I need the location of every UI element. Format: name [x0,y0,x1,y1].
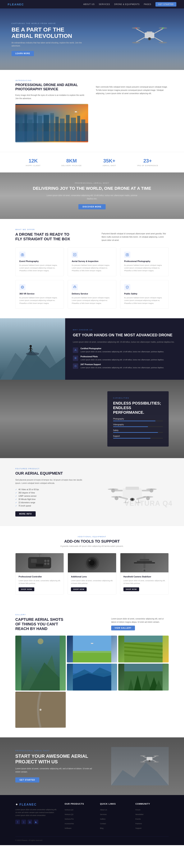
addon-card-title-1: Additional Lens [71,576,113,578]
nav-drones[interactable]: DRONE & EQUIPMENTS [114,3,140,5]
camera-icon [21,253,24,256]
addon-grid: Professional Controller Lorem ipsum dolo… [15,553,169,594]
spec-0: 4K Video at 30 or 60 fps [15,488,88,491]
footer-link-community-3[interactable]: Partners [135,823,142,825]
photo-icon [125,253,129,256]
footer-link-quick-4[interactable]: Blog [100,827,104,829]
footer-link-community-2[interactable]: Events [135,818,141,820]
svg-point-11 [149,38,150,40]
addon-card-title-2: Handheld Camera Stabilizer [123,576,165,578]
footer-link-community-0[interactable]: Forum [135,809,140,811]
footer-top: ✦ FLEANEC Lorem ipsum dolor sit amet con… [15,803,169,831]
why-feature-title-2: 24/7 Premium Support [80,364,164,366]
spec-3: 30 Minute flight time [15,498,88,501]
svg-rect-112 [91,643,93,644]
product-section: FEATURED PRODUCT OUR AERIAL EQUIPMENT Se… [0,458,184,526]
footer-link-product-4[interactable]: Software [65,827,72,829]
offer-card-desc-0: Eu posuere habitant lorem ipsum volutpat… [20,264,60,272]
addon-description: A gravida malesuada elit ipsum dolor adi… [15,545,169,547]
offer-card-desc-1: Eu posuere habitant lorem ipsum volutpat… [72,264,112,272]
capabilities-section: CAPABILITIES ENDLESS POSSIBILITIES; ENDL… [0,380,184,458]
svg-line-3 [154,29,163,33]
offer-section: WHAT WE OFFER A DRONE THAT IS READY TO F… [0,219,184,318]
cap-bar-videography [113,426,163,427]
nav-pages[interactable]: PAGES [144,3,151,5]
footer-col-community: COMMUNITY Forum Newsletter Events Partne… [135,803,169,831]
social-youtube[interactable]: ▶ [34,819,38,824]
stat-label-clients: HAPPY CLIENT [26,165,41,166]
footer-link-product-1[interactable]: Ventura Q3 [65,813,73,815]
bottom-cta-drone-svg [111,747,169,785]
product-description: Sed placerat posuere id turpis id tempor… [15,478,88,485]
footer-brand: ✦ FLEANEC Lorem ipsum dolor sit amet con… [15,803,57,831]
spec-4: 15 kilometers range [15,501,88,504]
footer-link-product-0[interactable]: Ventura Q4 [65,809,73,811]
offer-card-desc-4: Eu posuere habitant lorem ipsum volutpat… [72,297,112,305]
svg-rect-46 [127,253,128,254]
gallery-item-1 [67,636,117,662]
intro-section: INTRODUCING PROFESSIONAL DRONE AND AERIA… [0,70,184,152]
footer-link-quick-2[interactable]: Gallery [100,818,106,820]
spec-5: 75 km/h speed [15,504,88,507]
footer-link-quick-1[interactable]: Services [100,813,107,815]
svg-point-113 [90,643,91,643]
addon-card-btn-2[interactable]: SHOP NOW [123,587,139,591]
nav-services[interactable]: SERVICES [99,3,110,5]
gallery-button[interactable]: VIEW GALLERY [111,626,135,630]
offer-icon-safety [124,284,130,290]
addon-card-body-1: Additional Lens Lorem ipsum dolor sit am… [68,572,116,594]
svg-point-45 [127,254,127,255]
nav-about[interactable]: ABOUT US [83,3,95,5]
svg-rect-39 [21,254,24,256]
addon-card-body-2: Handheld Camera Stabilizer Lorem ipsum d… [120,572,169,594]
gallery-aerial-svg [15,692,66,728]
svg-rect-131 [124,663,163,671]
addon-card-btn-1[interactable]: SHOP NOW [71,587,87,591]
product-info-button[interactable]: MORE INFO [15,511,36,517]
gallery-mountain-svg [15,636,66,690]
svg-rect-102 [134,562,155,563]
hero-content: Capturing the world from above BE A PART… [11,23,84,56]
svg-point-75 [146,489,157,490]
footer-about: Lorem ipsum dolor sit amet consectetur a… [15,808,57,817]
svg-point-108 [38,639,43,644]
footer-link-product-3[interactable]: Accessories [65,823,74,825]
cap-item-videography: Videography [113,424,163,427]
gallery-grid [15,636,169,728]
svg-point-87 [44,560,46,562]
gallery-right: Lorem ipsum dolor sit amet, consectetur … [111,617,169,630]
cta-banner-button[interactable]: DISCOVER MORE [78,204,106,209]
footer-link-product-2[interactable]: Ventura Pro [65,818,74,820]
stats-section: 12K HAPPY CLIENT 8KM DELIVERY PACKAGE 35… [0,152,184,173]
gallery-label: GALLERY [15,614,169,616]
addon-card-btn-0[interactable]: SHOP NOW [19,587,34,591]
cta-banner-section: PROFESSIONAL AERIAL SHOT DELIVERING JOY … [0,173,184,219]
svg-rect-120 [124,636,163,642]
svg-point-59 [26,352,39,355]
certified-photographer-icon [73,347,78,353]
gallery-item-3 [67,663,117,690]
social-twitter[interactable]: t [22,819,26,824]
svg-point-114 [93,643,94,643]
offer-card-event: Event Photography Eu posuere habitant lo… [15,248,64,276]
nav-cta-button[interactable]: GET STARTED [155,2,176,6]
footer-link-community-4[interactable]: Support [135,827,142,829]
support-icon [73,364,78,369]
footer-link-quick-3[interactable]: Contact [100,823,106,825]
social-facebook[interactable]: f [15,819,20,824]
offer-card-photo: Professional Photography Eu posuere habi… [120,248,169,276]
bottom-cta-button[interactable]: GET STARTED [15,777,39,782]
hero-cta-button[interactable]: LEARN MORE [11,51,34,56]
offer-card-vr: 360 VR Service Eu posuere habitant lorem… [15,280,64,309]
cap-title: ENDLESS POSSIBILITIES; ENDLESS PERFORMAN… [113,401,163,415]
gallery-item-5 [15,692,66,728]
svg-rect-91 [36,564,43,567]
svg-point-146 [149,760,150,762]
social-linkedin[interactable]: in [28,819,32,824]
svg-rect-101 [137,561,152,562]
svg-rect-28 [15,131,88,142]
footer-link-quick-0[interactable]: About Us [100,809,107,811]
stat-delivery: 8KM DELIVERY PACKAGE [62,158,82,166]
cap-bar-fill-safety [113,432,158,433]
footer-link-community-1[interactable]: Newsletter [135,813,144,815]
